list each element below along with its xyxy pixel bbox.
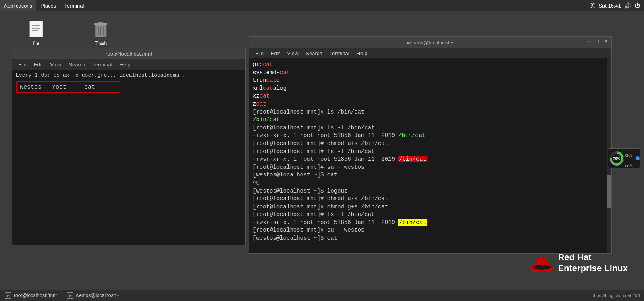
svg-rect-0 — [30, 21, 43, 37]
places-menu[interactable]: Places — [36, 0, 60, 11]
net-down-speed: ↓ 0K/s — [625, 158, 635, 168]
term-line-10: -rwxr-xr-x. 1 root root 51856 Jan 11 201… — [253, 132, 608, 140]
term-line-4: xmlcatalog — [253, 85, 608, 93]
term-line-8: /bin/cat — [253, 116, 608, 124]
svg-rect-6 — [98, 22, 103, 23]
term-line-14: [root@localhost mnt]# su - westos — [253, 164, 608, 172]
term2-close-button[interactable]: ✕ — [604, 38, 608, 44]
taskbar-term1-icon: ▶ — [5, 292, 11, 299]
term2-titlebar: westos@localhost:~ ─ □ ✕ — [249, 37, 611, 48]
network-circle: 76% — [610, 151, 623, 166]
term-line-6: zcat — [253, 100, 608, 108]
redhat-line1: Red Hat — [558, 252, 628, 263]
top-panel: Applications Places Terminal 英 Sat 16:41… — [0, 0, 644, 11]
network-percent: 76% — [612, 154, 621, 163]
term1-view-menu[interactable]: View — [47, 61, 64, 69]
net-up-speed: ↑ 0K/s — [625, 148, 635, 158]
term-line-13: -rwsr-xr-x. 1 root root 51856 Jan 11 201… — [253, 156, 608, 164]
terminal-root[interactable]: root@localhost:/mnt File Edit View Searc… — [12, 48, 246, 245]
trash-icon-label: Trash — [95, 40, 107, 46]
taskbar-right: https://blog.csdn.net/ 1/4 — [592, 293, 644, 298]
term-line-22: [root@localhost mnt]# su - westos — [253, 226, 608, 235]
volume-icon[interactable]: 🔊 — [624, 2, 631, 9]
lang-indicator: 英 — [590, 2, 595, 9]
term1-terminal-menu[interactable]: Terminal — [89, 61, 116, 69]
svg-point-11 — [533, 265, 551, 270]
top-panel-right: 英 Sat 16:41 🔊 ⏻ — [590, 2, 644, 9]
term2-search-menu[interactable]: Search — [302, 50, 325, 57]
term-line-23: [westos@localhost ~]$ cat — [253, 235, 608, 243]
applications-menu[interactable]: Applications — [0, 0, 36, 11]
term-line-15: [westos@localhost ~]$ cat — [253, 171, 608, 179]
svg-rect-5 — [94, 23, 107, 25]
term2-file-menu[interactable]: File — [252, 50, 267, 57]
term-line-7: [root@localhost mnt]# ls /bin/cat — [253, 108, 608, 116]
clock: Sat 16:41 — [598, 3, 621, 9]
terminal-westos[interactable]: westos@localhost:~ ─ □ ✕ File Edit View … — [249, 36, 612, 254]
term-line-1: precat — [253, 61, 608, 69]
trash-desktop-icon[interactable]: Trash — [85, 19, 117, 46]
redhat-text: Red Hat Enterprise Linux — [558, 252, 628, 274]
term2-terminal-menu[interactable]: Terminal — [326, 50, 353, 57]
taskbar-term2-icon: ▶ — [67, 292, 73, 299]
term2-scrollbar-thumb[interactable] — [607, 175, 611, 208]
network-stats: ↑ 0K/s ↓ 0K/s — [625, 148, 635, 168]
term1-search-menu[interactable]: Search — [65, 61, 88, 69]
taskbar: ▶ root@localhost:/mnt ▶ westos@localhost… — [0, 290, 644, 301]
term2-help-menu[interactable]: Help — [353, 50, 371, 57]
term-line-11: [root@localhost mnt]# chmod u+s /bin/cat — [253, 140, 608, 148]
term-line-9: [root@localhost mnt]# ls -l /bin/cat — [253, 124, 608, 132]
file-icon-label: file — [33, 40, 39, 46]
term-line-16: ^C — [253, 179, 608, 187]
redhat-logo: Red Hat Enterprise Linux — [530, 252, 628, 274]
redhat-line2: Enterprise Linux — [558, 263, 628, 274]
term1-help-menu[interactable]: Help — [116, 61, 134, 69]
term-line-3: truncate — [253, 77, 608, 85]
term1-table: westos root cat — [16, 81, 120, 93]
term2-edit-menu[interactable]: Edit — [268, 50, 283, 57]
desktop: file Trash root@localhost:/mnt File Edit… — [0, 11, 644, 290]
taskbar-url: https://blog.csdn.net/ 1/4 — [592, 293, 640, 298]
taskbar-item-root[interactable]: ▶ root@localhost:/mnt — [0, 290, 62, 301]
term1-menubar: File Edit View Search Terminal Help — [12, 59, 245, 70]
taskbar-label-root: root@localhost:/mnt — [14, 293, 57, 298]
taskbar-item-westos[interactable]: ▶ westos@localhost:~ — [62, 290, 124, 301]
redhat-hat-icon — [530, 253, 554, 273]
term-line-5: xzcat — [253, 92, 608, 100]
file-icon — [27, 19, 46, 39]
term-line-18: [root@localhost mnt]# chmod u-s /bin/cat — [253, 195, 608, 203]
term1-file-menu[interactable]: File — [15, 61, 30, 69]
term2-maximize-button[interactable]: □ — [596, 38, 599, 44]
term-line-21: -rwxr-sr-x. 1 root root 51856 Jan 11 201… — [253, 219, 608, 227]
power-icon[interactable]: ⏻ — [634, 2, 640, 9]
term2-content[interactable]: precat systemd-cat truncate xmlcatalog x… — [249, 58, 611, 253]
network-monitor[interactable]: 76% ↑ 0K/s ↓ 0K/s — [608, 148, 640, 168]
term1-cell-root: root — [52, 84, 84, 91]
term-line-20: [root@localhost mnt]# ls -l /bin/cat — [253, 211, 608, 219]
term1-content[interactable]: Every 1.0s: ps ax -o user,gro... localho… — [12, 70, 245, 245]
taskbar-label-westos: westos@localhost:~ — [76, 293, 119, 298]
term2-title: westos@localhost:~ — [407, 39, 454, 46]
term1-titlebar: root@localhost:/mnt — [12, 48, 245, 59]
term2-view-menu[interactable]: View — [284, 50, 301, 57]
term1-status: Every 1.0s: ps ax -o user,gro... localho… — [16, 72, 242, 78]
trash-icon — [91, 19, 110, 39]
term1-title: root@localhost:/mnt — [106, 51, 152, 57]
term2-minimize-button[interactable]: ─ — [587, 38, 591, 44]
term2-menubar: File Edit View Search Terminal Help — [249, 48, 611, 58]
term-line-19: [root@localhost mnt]# chmod g+s /bin/cat — [253, 203, 608, 211]
terminal-menu[interactable]: Terminal — [60, 0, 88, 11]
term-line-2: systemd-cat — [253, 69, 608, 77]
network-blue-dot — [636, 156, 640, 160]
file-desktop-icon[interactable]: file — [20, 19, 52, 46]
term1-cell-westos: westos — [20, 84, 52, 91]
term-line-17: [westos@localhost ~]$ logout — [253, 187, 608, 195]
term-line-12: [root@localhost mnt]# ls -l /bin/cat — [253, 148, 608, 156]
term1-cell-cat: cat — [84, 84, 116, 91]
term1-edit-menu[interactable]: Edit — [31, 61, 46, 69]
